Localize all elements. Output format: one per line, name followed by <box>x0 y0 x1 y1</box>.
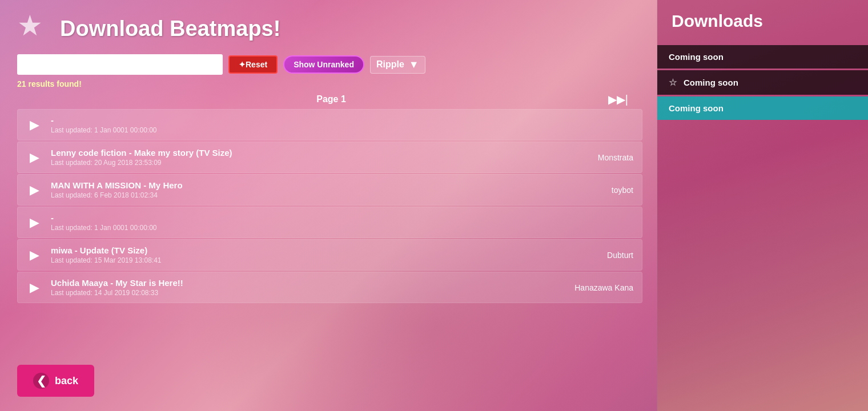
beatmap-title: miwa - Update (TV Size) <box>51 245 587 255</box>
beatmap-title: - <box>51 213 613 223</box>
page-header: ★ Download Beatmaps! <box>17 11 645 46</box>
results-count: 21 results found! <box>17 79 645 88</box>
download-label-2: Coming soon <box>669 103 724 113</box>
star-icon: ★ <box>17 11 51 46</box>
downloads-list: Coming soon ☆ Coming soon Coming soon <box>657 39 868 411</box>
beatmap-info: MAN WITH A MISSION - My Hero Last update… <box>51 180 592 199</box>
beatmap-info: - Last updated: 1 Jan 0001 00:00:00 <box>51 213 613 232</box>
download-item-1[interactable]: ☆ Coming soon <box>657 70 868 95</box>
list-item[interactable]: ▶ Lenny code fiction - Make my story (TV… <box>17 142 642 173</box>
beatmap-updated: Last updated: 20 Aug 2018 23:53:09 <box>51 159 578 167</box>
next-page-button[interactable]: ▶▶| <box>608 92 628 106</box>
list-item[interactable]: ▶ - Last updated: 1 Jan 0001 00:00:00 <box>17 109 642 140</box>
beatmap-mapper: Dubturt <box>596 251 633 260</box>
beatmap-updated: Last updated: 6 Feb 2018 01:02:34 <box>51 191 592 199</box>
beatmap-info: Uchida Maaya - My Star is Here!! Last up… <box>51 278 554 297</box>
beatmap-info: - Last updated: 1 Jan 0001 00:00:00 <box>51 115 613 134</box>
download-label-0: Coming soon <box>669 52 724 62</box>
beatmap-list: ▶ - Last updated: 1 Jan 0001 00:00:00 ▶ … <box>17 109 645 400</box>
beatmap-updated: Last updated: 1 Jan 0001 00:00:00 <box>51 126 613 134</box>
list-item[interactable]: ▶ - Last updated: 1 Jan 0001 00:00:00 <box>17 207 642 238</box>
beatmap-updated: Last updated: 14 Jul 2019 02:08:33 <box>51 289 554 297</box>
search-input[interactable] <box>17 54 223 75</box>
beatmap-mapper: toybot <box>600 186 633 195</box>
beatmap-mapper: Monstrata <box>586 153 633 162</box>
reset-button[interactable]: ✦Reset <box>228 55 278 74</box>
download-label-1: Coming soon <box>684 78 738 87</box>
show-unranked-button[interactable]: Show Unranked <box>283 55 364 74</box>
play-button[interactable]: ▶ <box>26 247 42 263</box>
beatmap-info: miwa - Update (TV Size) Last updated: 15… <box>51 245 587 264</box>
back-chevron-icon: ❮ <box>33 373 49 389</box>
server-select[interactable]: Ripple ▼ <box>370 56 425 74</box>
play-button[interactable]: ▶ <box>26 117 42 133</box>
controls-row: ✦Reset Show Unranked Ripple ▼ <box>17 54 645 75</box>
back-button[interactable]: ❮ back <box>17 365 94 397</box>
play-button[interactable]: ▶ <box>26 182 42 198</box>
right-panel: Downloads Coming soon ☆ Coming soon Comi… <box>657 0 868 411</box>
back-label: back <box>55 375 78 387</box>
server-label: Ripple <box>376 59 404 70</box>
beatmap-title: MAN WITH A MISSION - My Hero <box>51 180 592 190</box>
list-item[interactable]: ▶ miwa - Update (TV Size) Last updated: … <box>17 239 642 271</box>
beatmap-updated: Last updated: 1 Jan 0001 00:00:00 <box>51 224 613 232</box>
download-item-0[interactable]: Coming soon <box>657 45 868 68</box>
play-button[interactable]: ▶ <box>26 215 42 231</box>
beatmap-updated: Last updated: 15 Mar 2019 13:08:41 <box>51 256 587 264</box>
beatmap-title: Lenny code fiction - Make my story (TV S… <box>51 148 578 158</box>
beatmap-title: - <box>51 115 613 125</box>
downloads-title: Downloads <box>657 0 868 39</box>
download-item-2[interactable]: Coming soon <box>657 96 868 120</box>
page-label: Page 1 <box>17 94 645 104</box>
beatmap-mapper: Hanazawa Kana <box>563 283 633 292</box>
play-button[interactable]: ▶ <box>26 150 42 166</box>
beatmap-info: Lenny code fiction - Make my story (TV S… <box>51 148 578 167</box>
list-item[interactable]: ▶ MAN WITH A MISSION - My Hero Last upda… <box>17 174 642 206</box>
left-panel: ★ Download Beatmaps! ✦Reset Show Unranke… <box>0 0 657 411</box>
chevron-down-icon: ▼ <box>409 59 419 71</box>
download-star-icon-1: ☆ <box>669 77 677 88</box>
page-title: Download Beatmaps! <box>60 17 280 41</box>
page-indicator-row: Page 1 ▶▶| <box>17 94 645 104</box>
play-button[interactable]: ▶ <box>26 280 42 296</box>
list-item[interactable]: ▶ Uchida Maaya - My Star is Here!! Last … <box>17 272 642 303</box>
beatmap-title: Uchida Maaya - My Star is Here!! <box>51 278 554 288</box>
main-container: ★ Download Beatmaps! ✦Reset Show Unranke… <box>0 0 868 411</box>
